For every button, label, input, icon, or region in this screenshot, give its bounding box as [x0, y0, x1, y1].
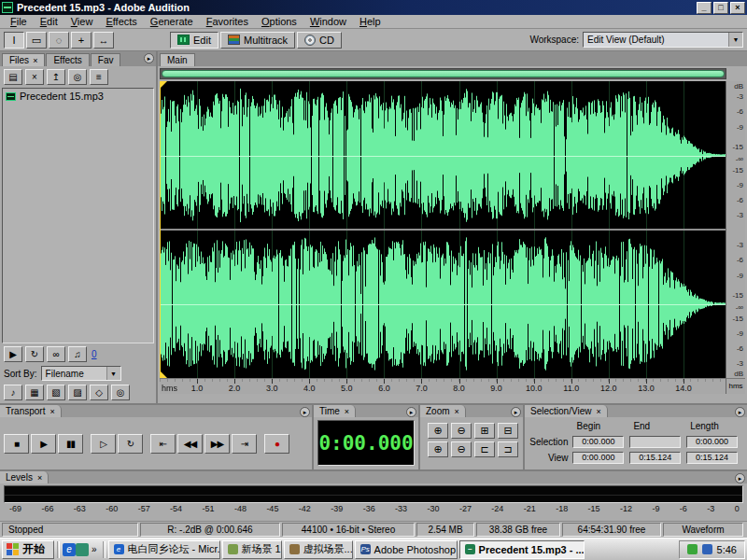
zoom-in-button[interactable]: ⊕ — [428, 423, 448, 439]
levels-panel-tab[interactable]: Levels × — [0, 471, 49, 483]
show-loop-files-button[interactable]: ▦ — [25, 385, 44, 400]
auto-play-button[interactable]: ∞ — [47, 346, 65, 362]
import-file-button[interactable]: ▤ — [4, 69, 22, 85]
selection-panel-tab[interactable]: Selection/View × — [525, 405, 608, 417]
view-length-field[interactable]: 0:15.124 — [686, 452, 738, 464]
lasso-selection-tool-button[interactable]: ◌ — [49, 32, 69, 49]
time-panel-tab[interactable]: Time × — [314, 405, 356, 417]
zoom-in-vertically-button[interactable]: ⊕ — [428, 441, 448, 457]
go-to-beginning-button[interactable]: ⇤ — [150, 434, 176, 454]
start-button[interactable]: 开始 — [2, 540, 54, 559]
task-button-5[interactable]: ~Precedent 15.mp3 - ... — [459, 540, 585, 559]
menu-view[interactable]: View — [64, 15, 100, 28]
show-midi-files-button[interactable]: ▨ — [68, 385, 87, 400]
zoom-full-button[interactable]: ⊞ — [474, 423, 495, 439]
move-tool-button[interactable]: + — [71, 32, 92, 49]
menu-options[interactable]: Options — [255, 15, 303, 28]
pause-button[interactable]: ▮▮ — [58, 434, 83, 454]
play-button[interactable]: ▶ — [31, 434, 56, 454]
show-video-files-button[interactable]: ▧ — [47, 385, 65, 400]
file-list[interactable]: Precedent 15.mp3 — [2, 88, 154, 343]
horizontal-scrollbar[interactable] — [160, 68, 726, 79]
play-from-cursor-button[interactable]: ▷ — [91, 434, 116, 454]
selection-begin-field[interactable]: 0:00.000 — [572, 436, 624, 448]
rewind-button[interactable]: ◀◀ — [177, 434, 203, 454]
marquee-selection-tool-button[interactable]: ▭ — [26, 32, 47, 49]
insert-into-cd-button[interactable]: ◎ — [68, 69, 87, 85]
menu-generate[interactable]: Generate — [144, 15, 200, 28]
chevron-down-icon[interactable]: ▼ — [106, 367, 120, 380]
zoom-out-button[interactable]: ⊖ — [451, 423, 472, 439]
tab-main[interactable]: Main — [160, 53, 195, 66]
tray-icon-2[interactable] — [702, 544, 712, 554]
amplitude-ruler[interactable]: dB-3-6-9-15-∞-15-9-6-3-3-6-9-15-∞-15-9-6… — [726, 81, 745, 378]
scrollbar-thumb[interactable] — [162, 70, 725, 77]
quick-launch-more-button[interactable]: » — [89, 544, 100, 554]
zoom-to-left-edge-button[interactable]: ⊏ — [474, 441, 495, 457]
show-audio-files-button[interactable]: ♪ — [4, 385, 22, 400]
panel-menu-icon[interactable]: ▸ — [735, 473, 745, 483]
edit-view-button[interactable]: Edit — [170, 32, 218, 49]
quick-launch-browser-icon[interactable]: e — [63, 543, 76, 556]
menu-favorites[interactable]: Favorites — [200, 15, 255, 28]
zero-link[interactable]: 0 — [92, 349, 97, 359]
play-file-button[interactable]: ▶ — [4, 346, 22, 362]
time-selection-tool-button[interactable]: I — [4, 32, 24, 49]
close-button[interactable]: × — [730, 2, 745, 14]
close-file-button[interactable]: × — [25, 69, 44, 85]
file-item[interactable]: Precedent 15.mp3 — [3, 89, 153, 104]
zoom-panel-tab[interactable]: Zoom × — [420, 405, 466, 417]
insert-into-multitrack-button[interactable]: ↥ — [47, 69, 65, 85]
close-icon[interactable]: × — [596, 407, 600, 416]
cd-view-button[interactable]: CD — [297, 32, 342, 49]
options-button[interactable]: ≡ — [90, 69, 108, 85]
loop-play-button[interactable]: ↻ — [25, 346, 44, 362]
level-meter[interactable] — [4, 485, 743, 503]
selection-marker-bottom-icon[interactable] — [160, 371, 167, 378]
quick-launch-desktop-icon[interactable] — [76, 543, 89, 556]
task-button-3[interactable]: 虚拟场景... — [284, 540, 353, 559]
selection-marker-top-icon[interactable] — [160, 81, 167, 89]
tab-files[interactable]: Files× — [2, 53, 45, 66]
menu-file[interactable]: File — [4, 15, 34, 28]
zoom-to-selection-button[interactable]: ⊟ — [498, 423, 518, 439]
view-end-field[interactable]: 0:15.124 — [629, 452, 681, 464]
playhead-cursor[interactable] — [160, 81, 161, 378]
zoom-to-right-edge-button[interactable]: ⊐ — [498, 441, 518, 457]
zoom-out-vertically-button[interactable]: ⊖ — [451, 441, 472, 457]
selection-end-field[interactable] — [629, 436, 681, 448]
task-button-2[interactable]: 新场景 1 — [222, 540, 282, 559]
panel-menu-icon[interactable]: ▸ — [735, 407, 745, 417]
transport-panel-tab[interactable]: Transport × — [0, 405, 62, 417]
task-button-4[interactable]: PsAdobe Photoshop — [355, 540, 458, 559]
close-icon[interactable]: × — [33, 56, 37, 65]
chevron-down-icon[interactable]: ▼ — [728, 33, 742, 47]
time-display[interactable]: 0:00.000 — [317, 420, 415, 466]
menu-window[interactable]: Window — [303, 15, 353, 28]
tab-fav[interactable]: Fav — [91, 53, 121, 66]
go-to-end-button[interactable]: ⇥ — [232, 434, 257, 454]
time-ruler[interactable]: 1.02.03.04.05.06.07.08.09.010.011.012.01… — [160, 378, 726, 394]
menu-effects[interactable]: Effects — [99, 15, 143, 28]
minimize-button[interactable]: _ — [697, 2, 712, 14]
tray-icon-1[interactable] — [687, 544, 698, 554]
play-looped-button[interactable]: ↻ — [118, 434, 143, 454]
close-icon[interactable]: × — [345, 407, 349, 416]
scrub-tool-button[interactable]: ↔ — [93, 32, 114, 49]
close-icon[interactable]: × — [49, 407, 54, 416]
multitrack-view-button[interactable]: Multitrack — [220, 32, 295, 49]
menu-help[interactable]: Help — [353, 15, 388, 28]
sort-by-dropdown[interactable]: Filename ▼ — [41, 366, 121, 381]
workspace-dropdown[interactable]: Edit View (Default) ▼ — [583, 32, 743, 48]
show-marker-files-button[interactable]: ◇ — [90, 385, 108, 400]
panel-menu-icon[interactable]: ▸ — [144, 53, 154, 63]
stop-button[interactable]: ■ — [4, 434, 29, 454]
waveform-display[interactable] — [160, 81, 726, 378]
menu-edit[interactable]: Edit — [34, 15, 64, 28]
record-button[interactable]: ● — [264, 434, 289, 454]
selection-length-field[interactable]: 0:00.000 — [686, 436, 738, 448]
close-icon[interactable]: × — [455, 407, 459, 416]
maximize-button[interactable]: □ — [713, 2, 728, 14]
waveform-canvas[interactable] — [160, 81, 726, 378]
show-all-files-button[interactable]: ◎ — [111, 385, 130, 400]
